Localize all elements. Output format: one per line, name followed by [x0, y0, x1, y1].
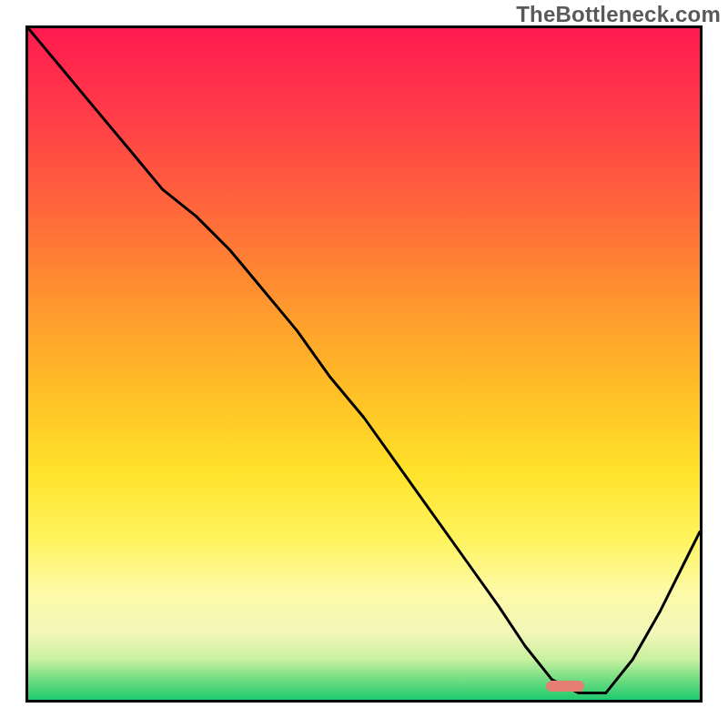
plot-area: [25, 25, 703, 703]
chart-frame: TheBottleneck.com: [0, 0, 728, 728]
bottleneck-curve: [28, 28, 700, 700]
optimal-marker: [546, 681, 584, 692]
watermark-text: TheBottleneck.com: [516, 2, 721, 27]
